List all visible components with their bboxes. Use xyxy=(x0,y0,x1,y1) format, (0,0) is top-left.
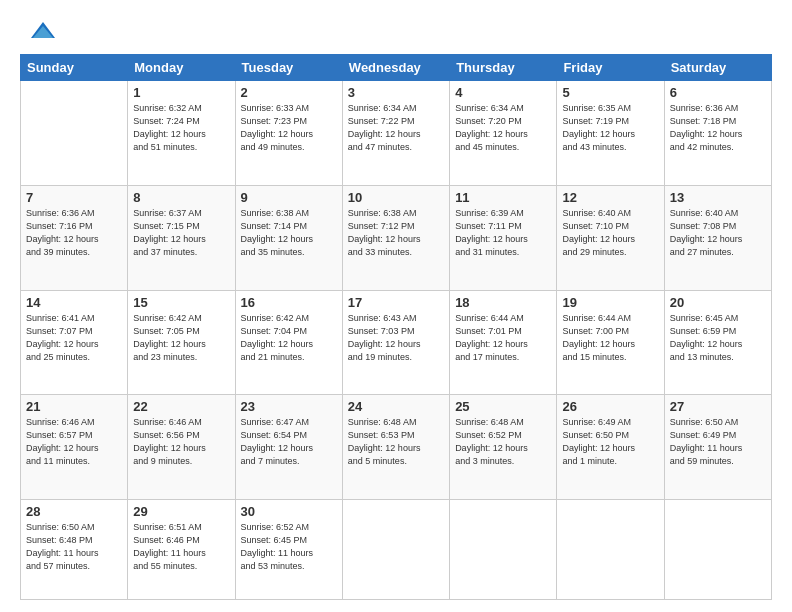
calendar-cell: 21Sunrise: 6:46 AMSunset: 6:57 PMDayligh… xyxy=(21,395,128,500)
calendar-week-1: 1Sunrise: 6:32 AMSunset: 7:24 PMDaylight… xyxy=(21,81,772,186)
calendar-cell: 8Sunrise: 6:37 AMSunset: 7:15 PMDaylight… xyxy=(128,185,235,290)
calendar-cell: 25Sunrise: 6:48 AMSunset: 6:52 PMDayligh… xyxy=(450,395,557,500)
day-info: Sunrise: 6:38 AMSunset: 7:14 PMDaylight:… xyxy=(241,207,337,259)
day-info: Sunrise: 6:39 AMSunset: 7:11 PMDaylight:… xyxy=(455,207,551,259)
calendar-cell: 19Sunrise: 6:44 AMSunset: 7:00 PMDayligh… xyxy=(557,290,664,395)
calendar-cell: 5Sunrise: 6:35 AMSunset: 7:19 PMDaylight… xyxy=(557,81,664,186)
calendar-cell xyxy=(450,500,557,600)
calendar-header-friday: Friday xyxy=(557,55,664,81)
day-number: 23 xyxy=(241,399,337,414)
day-info: Sunrise: 6:48 AMSunset: 6:52 PMDaylight:… xyxy=(455,416,551,468)
calendar-week-2: 7Sunrise: 6:36 AMSunset: 7:16 PMDaylight… xyxy=(21,185,772,290)
day-number: 3 xyxy=(348,85,444,100)
day-number: 26 xyxy=(562,399,658,414)
day-info: Sunrise: 6:41 AMSunset: 7:07 PMDaylight:… xyxy=(26,312,122,364)
calendar-week-4: 21Sunrise: 6:46 AMSunset: 6:57 PMDayligh… xyxy=(21,395,772,500)
day-number: 22 xyxy=(133,399,229,414)
day-info: Sunrise: 6:38 AMSunset: 7:12 PMDaylight:… xyxy=(348,207,444,259)
calendar-cell: 4Sunrise: 6:34 AMSunset: 7:20 PMDaylight… xyxy=(450,81,557,186)
day-info: Sunrise: 6:34 AMSunset: 7:20 PMDaylight:… xyxy=(455,102,551,154)
day-info: Sunrise: 6:46 AMSunset: 6:56 PMDaylight:… xyxy=(133,416,229,468)
day-number: 6 xyxy=(670,85,766,100)
day-info: Sunrise: 6:50 AMSunset: 6:48 PMDaylight:… xyxy=(26,521,122,573)
day-info: Sunrise: 6:36 AMSunset: 7:18 PMDaylight:… xyxy=(670,102,766,154)
day-info: Sunrise: 6:35 AMSunset: 7:19 PMDaylight:… xyxy=(562,102,658,154)
calendar-cell: 13Sunrise: 6:40 AMSunset: 7:08 PMDayligh… xyxy=(664,185,771,290)
calendar-cell xyxy=(557,500,664,600)
day-number: 18 xyxy=(455,295,551,310)
day-number: 24 xyxy=(348,399,444,414)
day-info: Sunrise: 6:36 AMSunset: 7:16 PMDaylight:… xyxy=(26,207,122,259)
day-info: Sunrise: 6:51 AMSunset: 6:46 PMDaylight:… xyxy=(133,521,229,573)
calendar-header-wednesday: Wednesday xyxy=(342,55,449,81)
day-info: Sunrise: 6:46 AMSunset: 6:57 PMDaylight:… xyxy=(26,416,122,468)
calendar-header-thursday: Thursday xyxy=(450,55,557,81)
calendar-cell: 23Sunrise: 6:47 AMSunset: 6:54 PMDayligh… xyxy=(235,395,342,500)
page: SundayMondayTuesdayWednesdayThursdayFrid… xyxy=(0,0,792,612)
calendar-cell: 10Sunrise: 6:38 AMSunset: 7:12 PMDayligh… xyxy=(342,185,449,290)
day-number: 25 xyxy=(455,399,551,414)
calendar-week-5: 28Sunrise: 6:50 AMSunset: 6:48 PMDayligh… xyxy=(21,500,772,600)
calendar-cell: 22Sunrise: 6:46 AMSunset: 6:56 PMDayligh… xyxy=(128,395,235,500)
calendar-cell: 17Sunrise: 6:43 AMSunset: 7:03 PMDayligh… xyxy=(342,290,449,395)
day-number: 4 xyxy=(455,85,551,100)
day-info: Sunrise: 6:40 AMSunset: 7:10 PMDaylight:… xyxy=(562,207,658,259)
day-number: 16 xyxy=(241,295,337,310)
day-number: 5 xyxy=(562,85,658,100)
calendar-cell xyxy=(21,81,128,186)
calendar-cell: 30Sunrise: 6:52 AMSunset: 6:45 PMDayligh… xyxy=(235,500,342,600)
day-number: 13 xyxy=(670,190,766,205)
calendar-header-row: SundayMondayTuesdayWednesdayThursdayFrid… xyxy=(21,55,772,81)
day-number: 21 xyxy=(26,399,122,414)
day-info: Sunrise: 6:40 AMSunset: 7:08 PMDaylight:… xyxy=(670,207,766,259)
day-info: Sunrise: 6:44 AMSunset: 7:00 PMDaylight:… xyxy=(562,312,658,364)
day-number: 20 xyxy=(670,295,766,310)
day-info: Sunrise: 6:52 AMSunset: 6:45 PMDaylight:… xyxy=(241,521,337,573)
day-info: Sunrise: 6:47 AMSunset: 6:54 PMDaylight:… xyxy=(241,416,337,468)
day-number: 14 xyxy=(26,295,122,310)
day-number: 11 xyxy=(455,190,551,205)
day-number: 27 xyxy=(670,399,766,414)
day-number: 29 xyxy=(133,504,229,519)
day-info: Sunrise: 6:48 AMSunset: 6:53 PMDaylight:… xyxy=(348,416,444,468)
day-info: Sunrise: 6:44 AMSunset: 7:01 PMDaylight:… xyxy=(455,312,551,364)
calendar-table: SundayMondayTuesdayWednesdayThursdayFrid… xyxy=(20,54,772,600)
day-number: 1 xyxy=(133,85,229,100)
calendar-cell: 14Sunrise: 6:41 AMSunset: 7:07 PMDayligh… xyxy=(21,290,128,395)
calendar-cell: 16Sunrise: 6:42 AMSunset: 7:04 PMDayligh… xyxy=(235,290,342,395)
day-info: Sunrise: 6:42 AMSunset: 7:05 PMDaylight:… xyxy=(133,312,229,364)
day-number: 7 xyxy=(26,190,122,205)
day-number: 12 xyxy=(562,190,658,205)
calendar-cell: 3Sunrise: 6:34 AMSunset: 7:22 PMDaylight… xyxy=(342,81,449,186)
calendar-cell: 15Sunrise: 6:42 AMSunset: 7:05 PMDayligh… xyxy=(128,290,235,395)
day-number: 19 xyxy=(562,295,658,310)
calendar-cell: 29Sunrise: 6:51 AMSunset: 6:46 PMDayligh… xyxy=(128,500,235,600)
day-info: Sunrise: 6:33 AMSunset: 7:23 PMDaylight:… xyxy=(241,102,337,154)
calendar-cell: 28Sunrise: 6:50 AMSunset: 6:48 PMDayligh… xyxy=(21,500,128,600)
calendar-header-sunday: Sunday xyxy=(21,55,128,81)
calendar-cell: 20Sunrise: 6:45 AMSunset: 6:59 PMDayligh… xyxy=(664,290,771,395)
day-info: Sunrise: 6:50 AMSunset: 6:49 PMDaylight:… xyxy=(670,416,766,468)
logo-icon xyxy=(23,14,55,46)
calendar-cell: 9Sunrise: 6:38 AMSunset: 7:14 PMDaylight… xyxy=(235,185,342,290)
calendar-cell: 27Sunrise: 6:50 AMSunset: 6:49 PMDayligh… xyxy=(664,395,771,500)
calendar-cell: 1Sunrise: 6:32 AMSunset: 7:24 PMDaylight… xyxy=(128,81,235,186)
day-number: 8 xyxy=(133,190,229,205)
calendar-cell: 18Sunrise: 6:44 AMSunset: 7:01 PMDayligh… xyxy=(450,290,557,395)
calendar-header-saturday: Saturday xyxy=(664,55,771,81)
day-number: 28 xyxy=(26,504,122,519)
calendar-cell: 24Sunrise: 6:48 AMSunset: 6:53 PMDayligh… xyxy=(342,395,449,500)
day-info: Sunrise: 6:49 AMSunset: 6:50 PMDaylight:… xyxy=(562,416,658,468)
calendar-cell: 26Sunrise: 6:49 AMSunset: 6:50 PMDayligh… xyxy=(557,395,664,500)
calendar-cell: 11Sunrise: 6:39 AMSunset: 7:11 PMDayligh… xyxy=(450,185,557,290)
calendar-header-tuesday: Tuesday xyxy=(235,55,342,81)
day-number: 9 xyxy=(241,190,337,205)
day-info: Sunrise: 6:34 AMSunset: 7:22 PMDaylight:… xyxy=(348,102,444,154)
day-info: Sunrise: 6:37 AMSunset: 7:15 PMDaylight:… xyxy=(133,207,229,259)
calendar-cell: 6Sunrise: 6:36 AMSunset: 7:18 PMDaylight… xyxy=(664,81,771,186)
calendar-cell: 12Sunrise: 6:40 AMSunset: 7:10 PMDayligh… xyxy=(557,185,664,290)
calendar-cell xyxy=(664,500,771,600)
calendar-header-monday: Monday xyxy=(128,55,235,81)
calendar-week-3: 14Sunrise: 6:41 AMSunset: 7:07 PMDayligh… xyxy=(21,290,772,395)
day-number: 2 xyxy=(241,85,337,100)
